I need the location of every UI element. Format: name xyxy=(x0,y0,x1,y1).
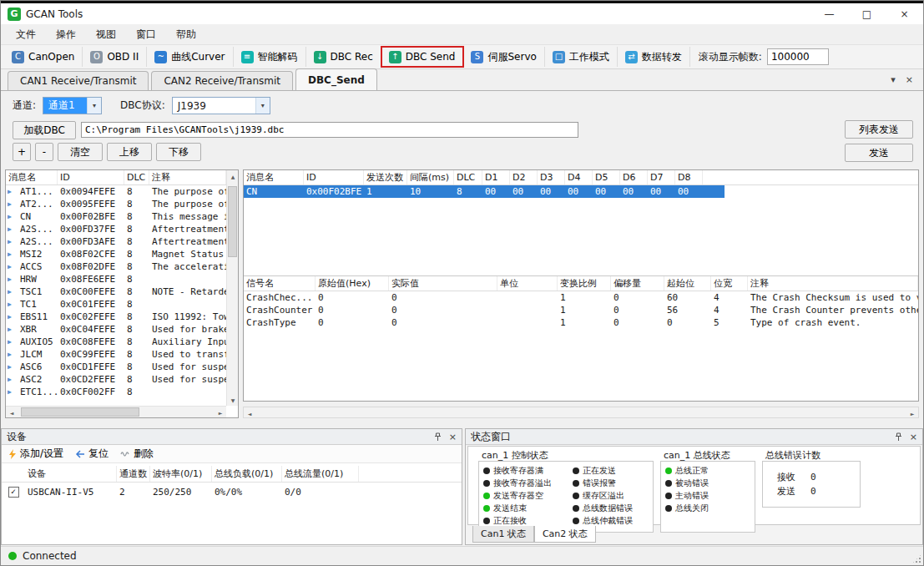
toolbar-button[interactable]: □ 工作模式 xyxy=(545,47,618,67)
column-header[interactable]: D7 xyxy=(648,170,675,184)
column-header[interactable]: 原始值(Hex) xyxy=(316,276,389,291)
list-send-button[interactable]: 列表发送 xyxy=(845,120,913,139)
column-header[interactable]: 信号名 xyxy=(244,276,316,291)
column-header[interactable]: 注释 xyxy=(149,170,226,184)
message-row[interactable]: ▶ CN 0x00F02BFE 8 This message is xyxy=(6,210,226,223)
message-row[interactable]: ▶ A2S... 0x00FD3AFE 8 Aftertreatment 2 xyxy=(6,235,226,248)
expand-arrow-icon[interactable]: ▶ xyxy=(6,288,18,296)
menu-item[interactable]: 操作 xyxy=(46,24,86,44)
expand-arrow-icon[interactable]: ▶ xyxy=(6,250,18,258)
message-row[interactable]: ▶ ACCS 0x08F02DFE 8 The acceleration xyxy=(6,260,226,273)
column-header[interactable]: ID xyxy=(58,170,124,184)
toolbar-button[interactable]: O OBD II xyxy=(83,47,147,67)
toolbar-button[interactable]: ↓ DBC Rec xyxy=(306,47,381,67)
column-header[interactable]: D6 xyxy=(620,170,648,184)
tab[interactable]: CAN2 Receive/Transmit xyxy=(151,71,292,90)
signal-row[interactable]: CrashCounter 0 0 1 0 56 4 The Crash Coun… xyxy=(244,304,918,316)
status-tab[interactable]: Can2 状态 xyxy=(534,526,596,543)
column-header[interactable]: 通道数 xyxy=(117,466,150,482)
add-device-button[interactable]: 添加/设置 xyxy=(8,447,63,461)
expand-arrow-icon[interactable]: ▶ xyxy=(6,225,18,233)
message-row[interactable]: ▶ XBR 0x0C04FEFE 8 Used for brake c xyxy=(6,323,226,336)
device-row[interactable]: ✓ USBCAN-II-V5 2 250/250 0%/0% 0/0 xyxy=(2,483,462,501)
column-header[interactable]: D3 xyxy=(538,170,565,184)
scroll-down-icon[interactable]: ▼ xyxy=(227,394,239,406)
column-header[interactable]: 设备 xyxy=(25,466,117,482)
expand-arrow-icon[interactable]: ▶ xyxy=(6,213,18,220)
message-row[interactable]: ▶ ASC2 0x0CD2FEFE 8 Used for suspens xyxy=(6,373,226,386)
message-row[interactable]: ▶ TC1 0x0C01FEFE 8 xyxy=(6,298,226,311)
menu-item[interactable]: 帮助 xyxy=(166,24,206,44)
toolbar-button[interactable]: ≡ 智能解码 xyxy=(234,47,306,67)
tab-list-dropdown-icon[interactable]: ▾ xyxy=(891,74,896,85)
expand-arrow-icon[interactable]: ▶ xyxy=(6,238,18,245)
dbc-path-input[interactable] xyxy=(81,122,578,138)
column-header[interactable]: 总线流量(0/1) xyxy=(282,466,359,482)
delete-device-button[interactable]: 删除 xyxy=(120,447,154,461)
device-checkbox[interactable]: ✓ xyxy=(8,487,19,498)
expand-arrow-icon[interactable]: ▶ xyxy=(6,351,18,358)
menu-item[interactable]: 文件 xyxy=(6,24,46,44)
column-header[interactable]: D4 xyxy=(565,170,593,184)
column-header[interactable]: D5 xyxy=(593,170,620,184)
toolbar-button[interactable]: C CanOpen xyxy=(4,47,83,67)
column-header[interactable]: 消息名 xyxy=(6,170,58,184)
scroll-right-icon[interactable]: ► xyxy=(906,407,918,419)
expand-arrow-icon[interactable]: ▶ xyxy=(6,313,18,321)
scroll-left-icon[interactable]: ◄ xyxy=(6,407,18,418)
column-header[interactable]: 间隔(ms) xyxy=(407,170,454,184)
column-header[interactable]: 总线负载(0/1) xyxy=(212,466,282,482)
scrollbar-thumb[interactable] xyxy=(228,186,237,257)
message-row[interactable]: ▶ JLCM 0x0C99FEFE 8 Used to transfer xyxy=(6,348,226,361)
signal-row[interactable]: CrashChec... 0 0 1 0 60 4 The Crash Chec… xyxy=(244,291,918,304)
chevron-down-icon[interactable]: ▾ xyxy=(255,98,270,114)
column-header[interactable]: 起始位 xyxy=(664,276,711,291)
status-tab[interactable]: Can1 状态 xyxy=(472,526,534,543)
resize-grip[interactable] xyxy=(911,553,922,564)
frame-count-input[interactable] xyxy=(767,48,829,65)
column-header[interactable]: 发送次数 xyxy=(364,170,407,184)
scroll-left-icon[interactable]: ◄ xyxy=(244,407,255,419)
maximize-button[interactable]: □ xyxy=(848,3,886,24)
column-header[interactable]: D1 xyxy=(482,170,510,184)
move-up-button[interactable]: 上移 xyxy=(107,143,152,161)
expand-arrow-icon[interactable]: ▶ xyxy=(6,363,18,371)
horizontal-scrollbar[interactable]: ◄ ► xyxy=(243,407,919,418)
expand-arrow-icon[interactable]: ▶ xyxy=(6,188,18,195)
scroll-right-icon[interactable]: ► xyxy=(215,407,226,418)
toolbar-button[interactable]: ~ 曲线Curver xyxy=(147,47,233,67)
expand-arrow-icon[interactable]: ▶ xyxy=(6,301,18,308)
expand-arrow-icon[interactable]: ▶ xyxy=(6,200,18,208)
message-row[interactable]: ▶ ASC6 0x0CD1FEFE 8 Used for suspens xyxy=(6,361,226,373)
column-header[interactable]: 注释 xyxy=(748,276,918,291)
message-row[interactable]: ▶ EBS11 0x0C02FEFE 8 ISO 11992: Towin xyxy=(6,311,226,323)
column-header[interactable]: D2 xyxy=(510,170,538,184)
message-row[interactable]: ▶ AT1... 0x0094FEFE 8 The purpose of t xyxy=(6,185,226,198)
scrollbar-thumb[interactable] xyxy=(21,407,139,417)
toolbar-button[interactable]: ↑ DBC Send xyxy=(381,47,464,67)
signal-row[interactable]: CrashType 0 0 1 0 0 5 Type of crash even… xyxy=(244,316,918,329)
channel-select[interactable]: 通道1 ▾ xyxy=(43,97,102,114)
toolbar-button[interactable]: ⇄ 数据转发 xyxy=(618,47,690,67)
minimize-button[interactable]: — xyxy=(810,3,848,24)
reset-device-button[interactable]: 复位 xyxy=(75,447,109,461)
pin-icon[interactable] xyxy=(434,432,442,442)
tab[interactable]: CAN1 Receive/Transmit xyxy=(8,71,149,90)
tab-close-icon[interactable]: × xyxy=(906,74,913,85)
remove-row-button[interactable]: - xyxy=(35,143,53,161)
message-row[interactable]: ▶ MSI2 0x08F02CFE 8 Magnet Status In xyxy=(6,248,226,260)
column-header[interactable]: DLC xyxy=(454,170,482,184)
column-header[interactable]: DLC xyxy=(124,170,149,184)
menu-item[interactable]: 窗口 xyxy=(126,24,166,44)
tab[interactable]: DBC_Send xyxy=(295,68,377,90)
expand-arrow-icon[interactable]: ▶ xyxy=(6,326,18,333)
send-row-selected[interactable]: CN 0x00F02BFE 1 10 8 00 00 00 00 00 00 0… xyxy=(244,185,725,198)
send-button[interactable]: 发送 xyxy=(845,144,913,162)
load-dbc-button[interactable]: 加载DBC xyxy=(13,121,76,139)
move-down-button[interactable]: 下移 xyxy=(156,143,201,161)
message-row[interactable]: ▶ AT2... 0x0095FEFE 8 The purpose of t xyxy=(6,198,226,210)
message-row[interactable]: ▶ A2S... 0x00FD37FE 8 Aftertreatment 2 xyxy=(6,223,226,235)
pin-icon[interactable] xyxy=(895,432,902,442)
expand-arrow-icon[interactable]: ▶ xyxy=(6,338,18,346)
chevron-down-icon[interactable]: ▾ xyxy=(87,98,101,114)
